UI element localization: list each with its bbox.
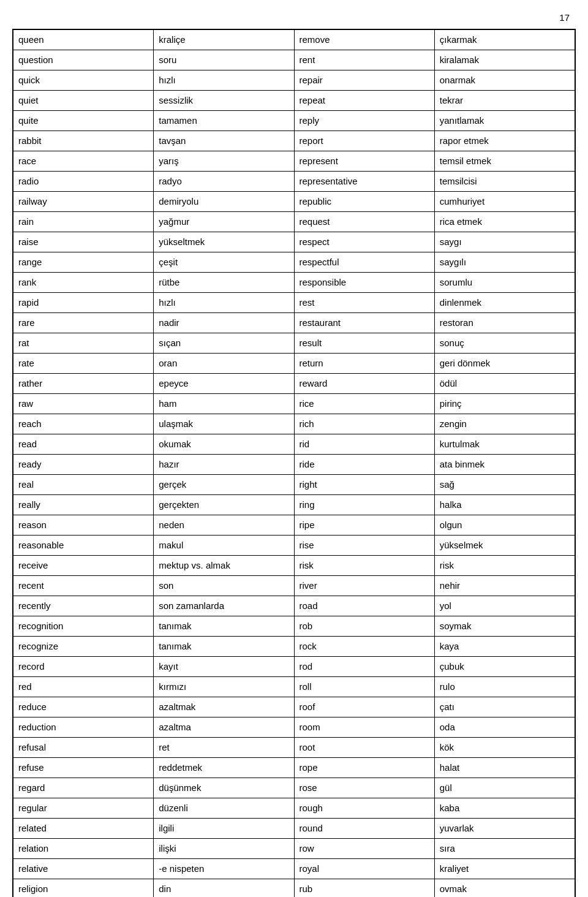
- table-cell: rate: [13, 354, 154, 374]
- table-cell: tanımak: [154, 637, 294, 657]
- table-cell: saygı: [434, 232, 575, 252]
- table-cell: kırmızı: [154, 677, 294, 697]
- table-cell: rank: [13, 273, 154, 293]
- table-cell: rest: [294, 293, 434, 313]
- table-cell: raw: [13, 394, 154, 414]
- table-cell: return: [294, 354, 434, 374]
- table-cell: rob: [294, 616, 434, 637]
- table-cell: rich: [294, 414, 434, 434]
- table-cell: repair: [294, 70, 434, 91]
- table-cell: rare: [13, 313, 154, 333]
- table-cell: hızlı: [154, 293, 294, 313]
- table-cell: row: [294, 839, 434, 859]
- table-cell: ovmak: [434, 879, 575, 898]
- table-cell: kraliyet: [434, 859, 575, 879]
- table-cell: yol: [434, 596, 575, 616]
- table-cell: onarmak: [434, 70, 575, 91]
- table-cell: question: [13, 50, 154, 70]
- table-cell: sessizlik: [154, 91, 294, 111]
- table-cell: range: [13, 252, 154, 273]
- table-cell: din: [154, 879, 294, 898]
- table-cell: yükselmek: [434, 536, 575, 556]
- table-cell: reduction: [13, 717, 154, 738]
- table-cell: railway: [13, 192, 154, 212]
- table-cell: report: [294, 131, 434, 151]
- table-cell: tanımak: [154, 616, 294, 637]
- table-cell: sorumlu: [434, 273, 575, 293]
- table-cell: red: [13, 677, 154, 697]
- table-cell: receive: [13, 556, 154, 576]
- table-cell: royal: [294, 859, 434, 879]
- table-cell: rat: [13, 333, 154, 354]
- table-cell: rope: [294, 758, 434, 778]
- table-cell: yükseltmek: [154, 232, 294, 252]
- table-cell: ripe: [294, 515, 434, 536]
- table-cell: rabbit: [13, 131, 154, 151]
- table-cell: representative: [294, 172, 434, 192]
- table-cell: republic: [294, 192, 434, 212]
- table-cell: roof: [294, 697, 434, 717]
- table-cell: yanıtlamak: [434, 111, 575, 131]
- table-cell: kök: [434, 738, 575, 758]
- table-cell: regular: [13, 798, 154, 819]
- table-cell: relation: [13, 839, 154, 859]
- table-cell: responsible: [294, 273, 434, 293]
- table-cell: represent: [294, 151, 434, 172]
- table-cell: road: [294, 596, 434, 616]
- table-cell: reach: [13, 414, 154, 434]
- table-cell: radyo: [154, 172, 294, 192]
- table-cell: dinlenmek: [434, 293, 575, 313]
- table-cell: kaya: [434, 637, 575, 657]
- table-cell: yarış: [154, 151, 294, 172]
- table-cell: nehir: [434, 576, 575, 596]
- table-cell: rice: [294, 394, 434, 414]
- table-cell: recent: [13, 576, 154, 596]
- table-cell: rod: [294, 657, 434, 677]
- table-cell: gül: [434, 778, 575, 798]
- table-cell: saygılı: [434, 252, 575, 273]
- table-cell: religion: [13, 879, 154, 898]
- table-cell: reduce: [13, 697, 154, 717]
- table-cell: rock: [294, 637, 434, 657]
- table-cell: regard: [13, 778, 154, 798]
- table-cell: ödül: [434, 374, 575, 394]
- table-cell: reddetmek: [154, 758, 294, 778]
- table-cell: çıkarmak: [434, 30, 575, 50]
- table-cell: mektup vs. almak: [154, 556, 294, 576]
- table-cell: recognize: [13, 637, 154, 657]
- table-cell: -e nispeten: [154, 859, 294, 879]
- table-cell: kaba: [434, 798, 575, 819]
- table-cell: river: [294, 576, 434, 596]
- table-cell: really: [13, 495, 154, 515]
- table-cell: zengin: [434, 414, 575, 434]
- table-cell: demiryolu: [154, 192, 294, 212]
- table-cell: rapor etmek: [434, 131, 575, 151]
- table-cell: okumak: [154, 434, 294, 455]
- table-cell: oran: [154, 354, 294, 374]
- table-cell: rub: [294, 879, 434, 898]
- table-cell: queen: [13, 30, 154, 50]
- table-cell: soymak: [434, 616, 575, 637]
- table-cell: ret: [154, 738, 294, 758]
- table-cell: ilişki: [154, 839, 294, 859]
- table-cell: result: [294, 333, 434, 354]
- table-cell: ulaşmak: [154, 414, 294, 434]
- table-cell: risk: [434, 556, 575, 576]
- table-cell: temsilcisi: [434, 172, 575, 192]
- table-cell: raise: [13, 232, 154, 252]
- table-cell: rulo: [434, 677, 575, 697]
- table-cell: quick: [13, 70, 154, 91]
- table-cell: restaurant: [294, 313, 434, 333]
- table-cell: race: [13, 151, 154, 172]
- table-cell: recognition: [13, 616, 154, 637]
- table-cell: root: [294, 738, 434, 758]
- table-cell: sıçan: [154, 333, 294, 354]
- table-cell: quite: [13, 111, 154, 131]
- table-cell: quiet: [13, 91, 154, 111]
- table-cell: azaltmak: [154, 697, 294, 717]
- page-number: 17: [12, 12, 576, 23]
- table-cell: cumhuriyet: [434, 192, 575, 212]
- table-cell: tekrar: [434, 91, 575, 111]
- table-cell: round: [294, 819, 434, 839]
- table-cell: kayıt: [154, 657, 294, 677]
